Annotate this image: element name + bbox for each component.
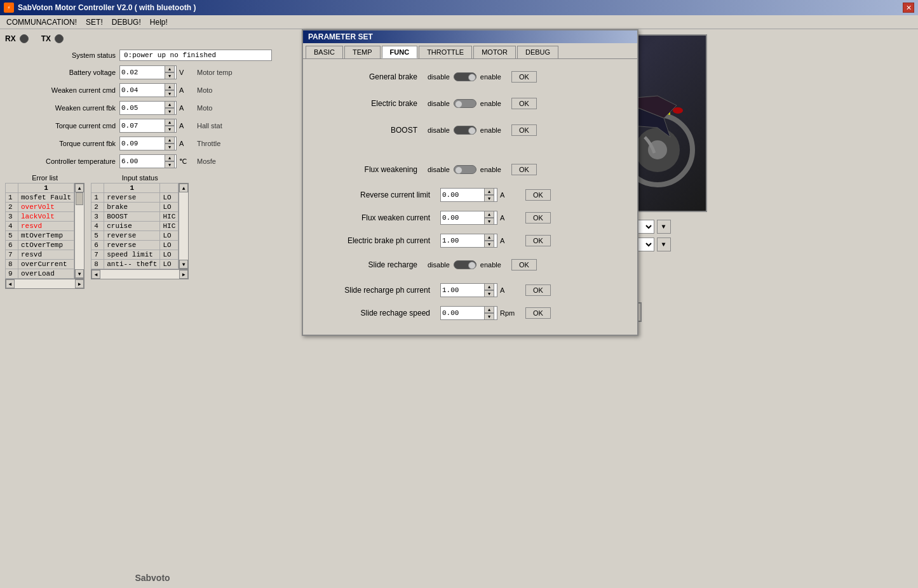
ctrl-temp-spinners[interactable]: ▲ ▼: [165, 154, 175, 168]
weaken-fbk-spinners[interactable]: ▲ ▼: [165, 101, 175, 115]
slide-recharge-ph-up[interactable]: ▲: [484, 283, 494, 290]
close-button[interactable]: ✕: [903, 3, 914, 13]
torque-cmd-input[interactable]: [120, 119, 165, 132]
tab-motor[interactable]: MOTOR: [473, 46, 516, 58]
torque-fbk-input[interactable]: [120, 137, 165, 150]
elec-brake-ph-ok[interactable]: OK: [525, 235, 551, 246]
flux-weaken-spinners[interactable]: ▲ ▼: [484, 211, 494, 225]
flux-weakening-ok[interactable]: OK: [511, 164, 537, 175]
field-input-battery[interactable]: ▲ ▼: [119, 65, 177, 79]
reverse-current-input-wrap[interactable]: ▲ ▼: [440, 188, 497, 202]
weaken-cmd-down[interactable]: ▼: [165, 90, 175, 97]
battery-up[interactable]: ▲: [165, 65, 175, 72]
tab-func[interactable]: FUNC: [382, 46, 418, 58]
slide-recharge-ph-ok[interactable]: OK: [525, 284, 551, 296]
flux-weakening-toggle[interactable]: [454, 165, 476, 174]
scroll-right-arrow[interactable]: ►: [75, 279, 84, 288]
battery-down[interactable]: ▼: [165, 72, 175, 79]
h-scroll-track: [15, 279, 75, 288]
table-row: 6reverseLO: [91, 241, 179, 250]
elec-brake-ph-input-wrap[interactable]: ▲ ▼: [440, 234, 497, 248]
input-status-scrollbar[interactable]: ▲ ▼: [179, 183, 189, 269]
input-scroll-right[interactable]: ►: [179, 270, 188, 279]
elec-brake-ph-spinners[interactable]: ▲ ▼: [484, 234, 494, 248]
flux-weaken-input[interactable]: [441, 211, 484, 224]
slide-rechage-speed-up[interactable]: ▲: [484, 306, 494, 313]
elec-brake-ph-down[interactable]: ▼: [484, 241, 494, 248]
reverse-current-spinners[interactable]: ▲ ▼: [484, 188, 494, 202]
scroll-up-arrow[interactable]: ▲: [75, 184, 84, 192]
error-cell: mosfet Fault: [18, 193, 74, 203]
menu-help[interactable]: Help!: [146, 17, 172, 28]
slide-rechage-speed-input-wrap[interactable]: ▲ ▼: [440, 306, 497, 320]
weaken-fbk-up[interactable]: ▲: [165, 101, 175, 108]
tab-throttle[interactable]: THROTTLE: [419, 46, 472, 58]
boost-ok[interactable]: OK: [511, 124, 537, 136]
reverse-current-up[interactable]: ▲: [484, 188, 494, 195]
tab-basic[interactable]: BASIC: [306, 46, 343, 58]
dropdown-1-arrow[interactable]: ▼: [657, 220, 671, 234]
flux-weaken-input-wrap[interactable]: ▲ ▼: [440, 211, 497, 225]
field-input-weaken-cmd[interactable]: ▲ ▼: [119, 83, 177, 97]
weaken-fbk-down[interactable]: ▼: [165, 108, 175, 115]
torque-fbk-spinners[interactable]: ▲ ▼: [165, 137, 175, 150]
reverse-current-ok[interactable]: OK: [525, 189, 551, 201]
general-brake-ok[interactable]: OK: [511, 71, 537, 83]
torque-fbk-down[interactable]: ▼: [165, 144, 175, 150]
slide-recharge-toggle[interactable]: [454, 260, 476, 269]
tab-temp[interactable]: TEMP: [344, 46, 381, 58]
electric-brake-toggle[interactable]: [454, 99, 476, 108]
slide-recharge-ph-input[interactable]: [441, 284, 484, 297]
scroll-track: [75, 192, 84, 269]
dropdown-2-arrow[interactable]: ▼: [657, 237, 671, 251]
reverse-current-input[interactable]: [441, 189, 484, 201]
menu-set[interactable]: SET!: [82, 17, 107, 28]
field-input-torque-fbk[interactable]: ▲ ▼: [119, 137, 177, 150]
input-scroll-up[interactable]: ▲: [179, 184, 188, 192]
input-scroll-down[interactable]: ▼: [179, 260, 188, 269]
reverse-current-down[interactable]: ▼: [484, 195, 494, 202]
menu-communication[interactable]: COMMUNACATION!: [3, 17, 81, 28]
general-brake-toggle[interactable]: [454, 72, 476, 81]
slide-rechage-speed-input[interactable]: [441, 307, 484, 319]
ctrl-temp-up[interactable]: ▲: [165, 154, 175, 161]
flux-weaken-ok[interactable]: OK: [525, 212, 551, 224]
flux-weaken-up[interactable]: ▲: [484, 211, 494, 218]
field-input-ctrl-temp[interactable]: ▲ ▼: [119, 154, 177, 168]
torque-cmd-up[interactable]: ▲: [165, 119, 175, 126]
slide-recharge-ph-down[interactable]: ▼: [484, 290, 494, 297]
slide-rechage-speed-ok[interactable]: OK: [525, 307, 551, 319]
field-input-weaken-fbk[interactable]: ▲ ▼: [119, 101, 177, 115]
slide-rechage-speed-spinners[interactable]: ▲ ▼: [484, 306, 494, 320]
scroll-left-arrow[interactable]: ◄: [6, 279, 15, 288]
torque-cmd-spinners[interactable]: ▲ ▼: [165, 119, 175, 133]
ctrl-temp-down[interactable]: ▼: [165, 161, 175, 168]
elec-brake-ph-up[interactable]: ▲: [484, 234, 494, 241]
error-list-scrollbar[interactable]: ▲ ▼: [74, 183, 84, 279]
elec-brake-ph-row: Electric brake ph current ▲ ▼ A OK: [313, 232, 627, 250]
torque-cmd-down[interactable]: ▼: [165, 126, 175, 133]
tab-debug[interactable]: DEBUG: [517, 46, 558, 58]
weaken-cmd-up[interactable]: ▲: [165, 83, 175, 90]
ctrl-temp-input[interactable]: [120, 155, 165, 168]
scroll-down-arrow[interactable]: ▼: [75, 269, 84, 278]
electric-brake-ok[interactable]: OK: [511, 98, 537, 109]
input-scroll-left[interactable]: ◄: [91, 270, 100, 279]
slide-recharge-ph-spinners[interactable]: ▲ ▼: [484, 283, 494, 297]
battery-spinners[interactable]: ▲ ▼: [165, 65, 175, 79]
field-input-torque-cmd[interactable]: ▲ ▼: [119, 119, 177, 133]
torque-fbk-up[interactable]: ▲: [165, 137, 175, 144]
flux-weaken-down[interactable]: ▼: [484, 218, 494, 225]
weaken-cmd-spinners[interactable]: ▲ ▼: [165, 83, 175, 97]
table-row: 9overLoad: [6, 269, 74, 279]
boost-toggle[interactable]: [454, 126, 476, 135]
weaken-cmd-input[interactable]: [120, 84, 165, 97]
weaken-fbk-input[interactable]: [120, 102, 165, 114]
menu-debug[interactable]: DEBUG!: [108, 17, 145, 28]
battery-voltage-input[interactable]: [120, 66, 165, 79]
slide-rechage-speed-down[interactable]: ▼: [484, 313, 494, 320]
elec-brake-ph-input[interactable]: [441, 234, 484, 247]
slide-recharge-ph-input-wrap[interactable]: ▲ ▼: [440, 283, 497, 297]
slide-recharge-ok[interactable]: OK: [511, 259, 537, 271]
input-status-cell: HIC: [160, 212, 179, 222]
